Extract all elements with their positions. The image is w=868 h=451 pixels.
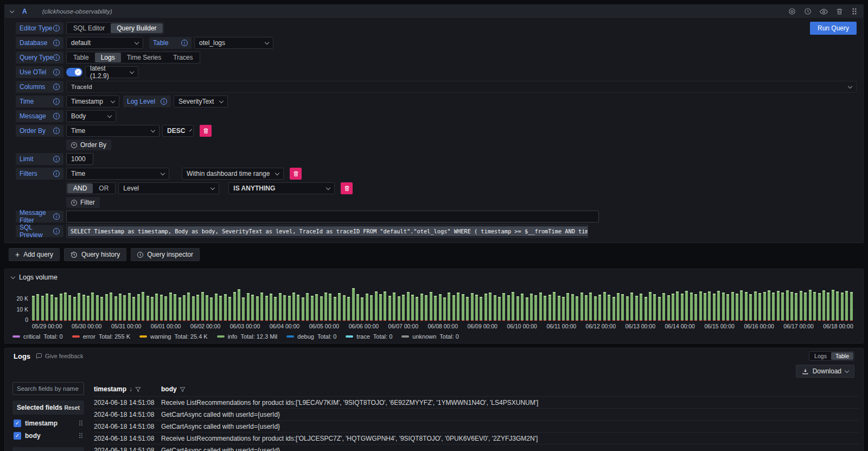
logs-panel-title: Logs: [14, 352, 30, 360]
give-feedback-link[interactable]: Give feedback: [36, 353, 83, 359]
sql-editor-option[interactable]: SQL Editor: [67, 23, 111, 33]
message-filter-input[interactable]: [66, 211, 599, 223]
legend-item-unknown[interactable]: unknownTotal: 0: [401, 333, 459, 340]
info-icon[interactable]: i: [53, 113, 60, 119]
selected-field-body[interactable]: ✓body: [12, 429, 84, 442]
drag-handle-icon[interactable]: [79, 433, 83, 439]
legend-item-debug[interactable]: debugTotal: 0: [286, 333, 336, 340]
info-icon[interactable]: i: [161, 98, 167, 105]
legend-item-info[interactable]: infoTotal: 12.3 Mil: [217, 333, 278, 340]
volume-bar: [685, 291, 688, 321]
query-builder-option[interactable]: Query Builder: [111, 23, 162, 33]
logs-table: timestamp ↓ body 2024-06-18 14:51:08Rece…: [94, 382, 859, 451]
query-inspector-button[interactable]: i Query inspector: [131, 248, 200, 261]
legend-item-critical[interactable]: criticalTotal: 0: [12, 333, 63, 340]
info-icon[interactable]: i: [53, 213, 60, 220]
filter-funnel-icon[interactable]: [135, 386, 141, 392]
legend-item-warning[interactable]: warningTotal: 25.4 K: [139, 333, 208, 340]
info-icon[interactable]: i: [53, 128, 60, 134]
collapse-chevron-icon[interactable]: [11, 274, 15, 278]
info-icon[interactable]: i: [53, 156, 60, 162]
body-column-header[interactable]: body: [161, 385, 859, 393]
info-icon[interactable]: i: [53, 98, 60, 105]
collapse-chevron-icon[interactable]: [10, 8, 14, 12]
table-row[interactable]: 2024-06-18 14:51:08GetCartAsync called w…: [94, 444, 859, 451]
add-query-button[interactable]: + Add query: [9, 248, 60, 261]
filter-operator-select[interactable]: Within dashboard time range: [182, 168, 284, 180]
volume-bar: [60, 294, 62, 321]
sort-desc-icon[interactable]: ↓: [129, 385, 132, 393]
volume-bar: [420, 294, 423, 321]
selected-field-timestamp[interactable]: ✓timestamp: [12, 417, 84, 429]
checkbox-checked[interactable]: ✓: [14, 420, 21, 427]
add-filter-button[interactable]: + Filter: [66, 197, 100, 208]
condition-operator-select[interactable]: IS ANYTHING: [228, 182, 335, 194]
legend-item-trace[interactable]: traceTotal: 0: [346, 333, 392, 340]
remove-filter-button[interactable]: [290, 168, 302, 180]
database-select[interactable]: default: [66, 37, 143, 49]
history-icon[interactable]: [804, 8, 812, 15]
reset-button[interactable]: Reset: [64, 404, 80, 411]
query-history-button[interactable]: Query history: [64, 248, 126, 261]
columns-multiselect[interactable]: TraceId: [66, 81, 857, 93]
filter-condition-row: AND OR Level IS ANYTHING: [66, 182, 857, 194]
run-query-button[interactable]: Run Query: [810, 22, 857, 35]
info-icon[interactable]: i: [53, 69, 60, 75]
query-row-header[interactable]: A (clickhouse-observability): [5, 5, 863, 18]
volume-bar: [265, 296, 268, 321]
remove-order-by-button[interactable]: [200, 125, 212, 137]
volume-bar: [398, 296, 400, 321]
info-icon[interactable]: i: [181, 40, 188, 46]
info-icon[interactable]: i: [53, 84, 60, 90]
filter-field-select[interactable]: Time: [66, 168, 169, 180]
query-type-logs[interactable]: Logs: [95, 53, 121, 62]
table-row[interactable]: 2024-06-18 14:51:08Receive ListRecommend…: [94, 396, 859, 408]
query-type-label: Query Typei: [16, 52, 63, 63]
info-icon[interactable]: i: [53, 40, 60, 46]
otel-version-select[interactable]: latest (1.2.9): [85, 66, 138, 78]
timestamp-cell: 2024-06-18 14:51:08: [94, 423, 161, 430]
timestamp-column-header[interactable]: timestamp ↓: [94, 385, 161, 393]
table-select[interactable]: otel_logs: [194, 37, 273, 49]
query-type-traces[interactable]: Traces: [167, 53, 199, 62]
volume-bar: [434, 296, 437, 321]
checkbox-checked[interactable]: ✓: [14, 432, 21, 440]
table-row[interactable]: 2024-06-18 14:51:08GetCartAsync called w…: [94, 408, 859, 420]
info-icon[interactable]: i: [53, 228, 60, 234]
logs-volume-header[interactable]: Logs volume: [11, 273, 857, 282]
or-option[interactable]: OR: [93, 183, 114, 193]
order-direction-select[interactable]: DESC: [162, 125, 194, 137]
info-icon[interactable]: i: [53, 170, 60, 177]
download-button[interactable]: Download: [796, 365, 854, 378]
legend-item-error[interactable]: errorTotal: 255 K: [72, 333, 130, 340]
order-by-field-select[interactable]: Time: [66, 125, 159, 137]
condition-field-select[interactable]: Level: [118, 182, 219, 194]
query-type-table[interactable]: Table: [67, 53, 95, 62]
add-order-by-button[interactable]: + Order By: [66, 139, 111, 150]
and-option[interactable]: AND: [67, 183, 93, 193]
view-table-option[interactable]: Table: [831, 352, 853, 360]
query-type-time-series[interactable]: Time Series: [121, 53, 168, 62]
trash-icon: [344, 185, 350, 192]
delete-icon[interactable]: [836, 8, 843, 15]
search-fields-input[interactable]: Search fields by name: [12, 382, 84, 395]
drag-handle-icon[interactable]: [851, 8, 858, 15]
time-column-select[interactable]: Timestamp: [66, 96, 119, 107]
view-logs-option[interactable]: Logs: [810, 352, 831, 360]
message-select[interactable]: Body: [66, 110, 116, 122]
info-icon[interactable]: i: [53, 54, 60, 61]
info-icon[interactable]: i: [53, 25, 60, 31]
limit-input[interactable]: 1000: [66, 153, 93, 165]
drag-handle-icon[interactable]: [79, 420, 83, 426]
remove-condition-button[interactable]: [341, 182, 353, 194]
filter-funnel-icon[interactable]: [180, 386, 186, 392]
x-axis-tick: 06/10 00:00: [507, 323, 537, 329]
volume-bar: [471, 293, 474, 321]
volume-bar: [777, 291, 780, 321]
table-row[interactable]: 2024-06-18 14:51:08Receive ListRecommend…: [94, 432, 859, 444]
duplicate-icon[interactable]: [788, 8, 796, 15]
table-row[interactable]: 2024-06-18 14:51:08GetCartAsync called w…: [94, 420, 859, 432]
use-otel-toggle[interactable]: ✓: [66, 68, 82, 77]
log-level-select[interactable]: SeverityText: [174, 96, 228, 107]
hide-eye-icon[interactable]: [820, 8, 828, 16]
